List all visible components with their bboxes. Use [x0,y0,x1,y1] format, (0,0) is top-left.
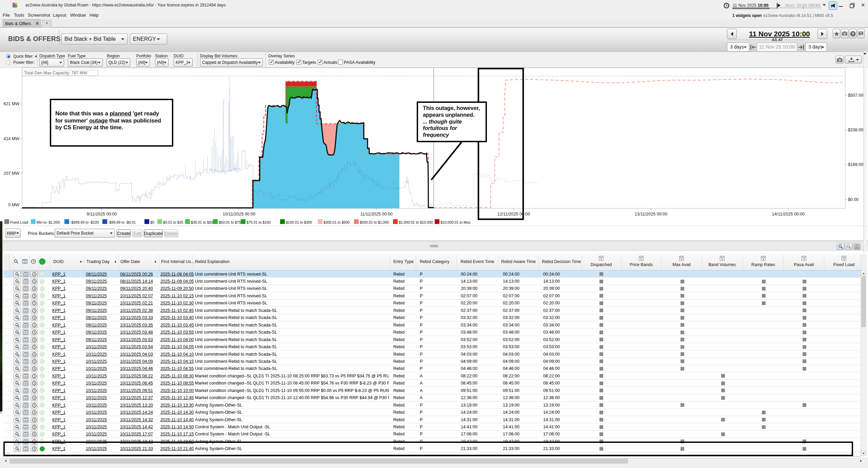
svg-text:Total Gen Max Capacity: 787 MW: Total Gen Max Capacity: 787 MW [24,71,87,75]
